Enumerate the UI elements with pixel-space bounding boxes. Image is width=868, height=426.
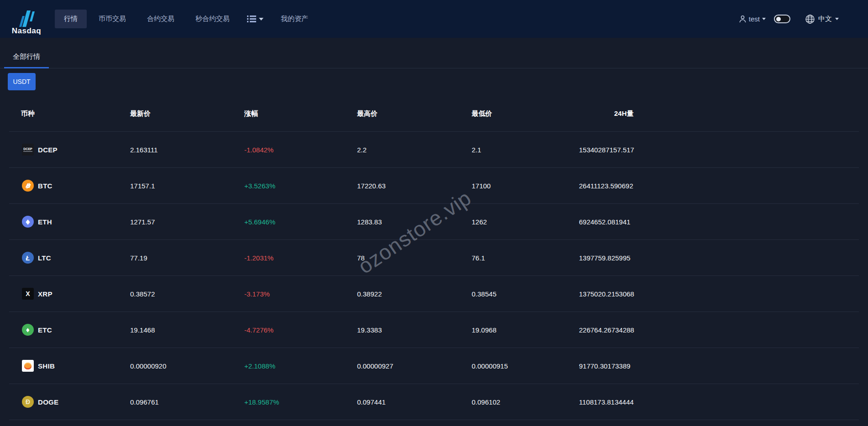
- volume-24h: 26411123.590692: [579, 182, 859, 190]
- coin-name: ETC: [38, 326, 52, 334]
- nav-item-spot-trade[interactable]: 币币交易: [89, 10, 135, 28]
- table-row-ltc[interactable]: Ł LTC 77.19 -1.2031% 78 76.1 1397759.825…: [9, 240, 859, 276]
- table-row-eth[interactable]: ◆ ETH 1271.57 +5.6946% 1283.83 1262 6924…: [9, 204, 859, 240]
- nav-more-menu[interactable]: [242, 10, 269, 27]
- change-percent: +5.6946%: [244, 218, 357, 226]
- nav-item-second-contract[interactable]: 秒合约交易: [186, 10, 239, 28]
- low-price: 2.1: [472, 146, 579, 154]
- coin-name: DOGE: [38, 398, 58, 406]
- col-header-volume: 24H量: [579, 109, 859, 118]
- chevron-down-icon: [259, 18, 263, 21]
- coin-cell: ฿ BTC: [21, 180, 130, 192]
- latest-price: 19.1468: [130, 326, 244, 334]
- table-header-row: 币种 最新价 涨幅 最高价 最低价 24H量: [9, 96, 859, 132]
- change-percent: +3.5263%: [244, 182, 357, 190]
- table-row-shib[interactable]: SHIB 0.00000920 +2.1088% 0.00000927 0.00…: [9, 348, 859, 384]
- coin-cell: Ł LTC: [21, 252, 130, 264]
- latest-price: 2.163111: [130, 146, 244, 154]
- low-price: 19.0968: [472, 326, 579, 334]
- col-header-change: 涨幅: [244, 109, 357, 118]
- low-price: 76.1: [472, 254, 579, 262]
- coin-name: BTC: [38, 182, 53, 190]
- etc-coin-icon: ◆: [22, 324, 34, 336]
- coin-name: XRP: [38, 290, 53, 298]
- language-label: 中文: [818, 15, 832, 23]
- latest-price: 0.096761: [130, 398, 244, 406]
- coin-cell: Ð DOGE: [21, 396, 130, 408]
- coin-cell: ◆ ETC: [21, 324, 130, 336]
- coin-cell: ◆ ETH: [21, 216, 130, 228]
- ltc-coin-icon: Ł: [22, 252, 34, 264]
- volume-24h: 6924652.081941: [579, 218, 859, 226]
- chevron-down-icon: [835, 18, 839, 20]
- table-row-btc[interactable]: ฿ BTC 17157.1 +3.5263% 17220.63 17100 26…: [9, 168, 859, 204]
- list-menu-icon: [247, 16, 256, 22]
- main-nav: 行情 币币交易 合约交易 秒合约交易 我的资产: [55, 10, 317, 28]
- col-header-price: 最新价: [130, 109, 244, 118]
- low-price: 1262: [472, 218, 579, 226]
- user-menu[interactable]: test: [739, 15, 766, 23]
- top-header: Nasdaq 行情 币币交易 合约交易 秒合约交易 我的资产: [0, 0, 868, 38]
- table-row-doge[interactable]: Ð DOGE 0.096761 +18.9587% 0.097441 0.096…: [9, 384, 859, 420]
- change-percent: +18.9587%: [244, 398, 357, 406]
- change-percent: -1.0842%: [244, 146, 357, 154]
- change-percent: -4.7276%: [244, 326, 357, 334]
- latest-price: 0.38572: [130, 290, 244, 298]
- doge-coin-icon: Ð: [22, 396, 34, 408]
- latest-price: 1271.57: [130, 218, 244, 226]
- coin-name: DCEP: [38, 146, 58, 154]
- tab-all-market[interactable]: 全部行情: [4, 52, 49, 68]
- xrp-coin-icon: X: [22, 288, 34, 300]
- volume-24h: 15340287157.517: [579, 146, 859, 154]
- table-row-xrp[interactable]: X XRP 0.38572 -3.173% 0.38922 0.38545 13…: [9, 276, 859, 312]
- latest-price: 77.19: [130, 254, 244, 262]
- nav-item-contract-trade[interactable]: 合约交易: [138, 10, 184, 28]
- volume-24h: 1397759.825995: [579, 254, 859, 262]
- nasdaq-logo-icon: [17, 9, 36, 28]
- high-price: 2.2: [357, 146, 472, 154]
- change-percent: -1.2031%: [244, 254, 357, 262]
- theme-toggle[interactable]: [774, 15, 790, 23]
- nav-item-market[interactable]: 行情: [55, 10, 87, 28]
- btc-coin-icon: ฿: [22, 180, 34, 192]
- header-right: test 中文: [739, 14, 839, 24]
- coin-name: SHIB: [38, 362, 55, 370]
- table-row-dcep[interactable]: DCEP DCEP 2.163111 -1.0842% 2.2 2.1 1534…: [9, 132, 859, 168]
- high-price: 1283.83: [357, 218, 472, 226]
- language-selector[interactable]: 中文: [805, 14, 839, 24]
- high-price: 0.00000927: [357, 362, 472, 370]
- market-table-body: DCEP DCEP 2.163111 -1.0842% 2.2 2.1 1534…: [9, 132, 859, 420]
- table-row-etc[interactable]: ◆ ETC 19.1468 -4.7276% 19.3383 19.0968 2…: [9, 312, 859, 348]
- col-header-coin: 币种: [21, 109, 130, 118]
- latest-price: 0.00000920: [130, 362, 244, 370]
- toggle-knob-icon: [776, 17, 781, 21]
- dcep-coin-icon: DCEP: [22, 144, 34, 156]
- coin-cell: SHIB: [21, 360, 130, 372]
- username-label: test: [749, 15, 760, 23]
- coin-name: LTC: [38, 254, 51, 262]
- low-price: 17100: [472, 182, 579, 190]
- change-percent: +2.1088%: [244, 362, 357, 370]
- col-header-low: 最低价: [472, 109, 579, 118]
- nav-item-my-assets[interactable]: 我的资产: [272, 10, 317, 28]
- volume-24h: 226764.26734288: [579, 326, 859, 334]
- eth-coin-icon: ◆: [22, 216, 34, 228]
- coin-cell: DCEP DCEP: [21, 144, 130, 156]
- volume-24h: 1108173.8134444: [579, 398, 859, 406]
- col-header-high: 最高价: [357, 109, 472, 118]
- usdt-filter-button[interactable]: USDT: [8, 73, 36, 90]
- coin-cell: X XRP: [21, 288, 130, 300]
- brand-logo: Nasdaq: [10, 9, 43, 36]
- brand-name: Nasdaq: [12, 26, 41, 36]
- shib-coin-icon: [22, 360, 34, 372]
- latest-price: 17157.1: [130, 182, 244, 190]
- user-icon: [739, 15, 747, 23]
- quote-filters: USDT: [0, 68, 868, 90]
- globe-icon: [805, 14, 815, 24]
- change-percent: -3.173%: [244, 290, 357, 298]
- market-tabbar: 全部行情: [0, 38, 868, 68]
- market-table: 币种 最新价 涨幅 最高价 最低价 24H量 DCEP DCEP 2.16311…: [9, 96, 859, 420]
- high-price: 78: [357, 254, 472, 262]
- coin-name: ETH: [38, 218, 52, 226]
- chevron-down-icon: [762, 18, 766, 20]
